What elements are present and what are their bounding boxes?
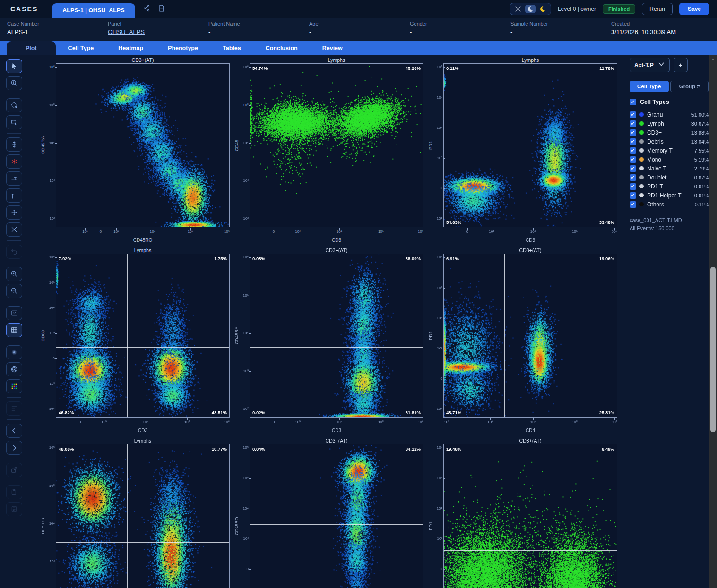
quadrant-gate-hline[interactable] xyxy=(444,170,617,170)
rerun-button[interactable]: Rerun xyxy=(642,3,673,15)
x-axis-tick: 10³ xyxy=(291,420,305,424)
quadrant-percent-tl: 6.91% xyxy=(446,256,459,261)
scatter-view-tool[interactable] xyxy=(6,306,22,320)
x-axis-tick: 10⁴ xyxy=(138,420,153,424)
flow-plot[interactable]: LymphsCD4554.74%45.26%10⁶10⁵10⁴10³10²010… xyxy=(233,56,427,246)
quadrant-gate-vline[interactable] xyxy=(323,64,323,227)
plot-area[interactable] xyxy=(56,63,230,227)
quadrant-gate-hline[interactable] xyxy=(444,550,617,551)
zoom-inspect-tool[interactable] xyxy=(6,76,22,90)
plot-area[interactable]: 19.48%6.49% xyxy=(443,444,617,588)
moon-icon[interactable] xyxy=(537,5,548,13)
quadrant-gate-hline[interactable] xyxy=(250,524,423,525)
tab-group-number[interactable]: Group # xyxy=(670,81,709,92)
flow-plot[interactable]: LymphsCD697.92%1.75%46.82%43.51%10⁶10⁵10… xyxy=(40,246,233,436)
cell-type-checkbox[interactable]: ✔ xyxy=(630,138,636,145)
cell-type-label: PD1 Helper T xyxy=(647,192,691,199)
tab-review[interactable]: Review xyxy=(310,41,355,55)
cell-type-checkbox[interactable]: ✔ xyxy=(630,129,636,136)
plot-area[interactable]: 0.08%38.09%0.02%61.81% xyxy=(250,254,423,418)
cell-type-checkbox[interactable]: ✔ xyxy=(630,183,636,190)
cell-type-checkbox[interactable]: ✔ xyxy=(630,147,636,154)
pointer-tool[interactable] xyxy=(6,59,22,73)
quadrant-gate-vline[interactable] xyxy=(323,254,323,417)
target-rings-tool[interactable] xyxy=(6,362,22,376)
grid-view-tool[interactable] xyxy=(6,323,22,337)
expand-right-tool[interactable] xyxy=(6,441,22,455)
tab-cell-type[interactable]: Cell Type xyxy=(56,41,106,55)
scroll-up-arrow[interactable]: ▲ xyxy=(709,55,717,61)
cell-type-percent: 0.11% xyxy=(695,202,709,207)
flow-plot[interactable]: CD3+(AT)CD45RO0.04%84.12%10⁶10⁵10⁴10³0-1… xyxy=(233,436,427,588)
quad-gate-tool[interactable] xyxy=(6,205,22,220)
quadrant-gate-vline[interactable] xyxy=(516,64,516,227)
plot-area[interactable]: 0.11%11.78%54.63%33.48% xyxy=(443,63,617,227)
y-axis-tick: 10³ xyxy=(236,537,249,541)
collapse-left-tool[interactable] xyxy=(6,424,22,438)
tab-tables[interactable]: Tables xyxy=(210,41,253,55)
quadrant-gate-vline[interactable] xyxy=(548,444,548,588)
ellipse-gate-tool[interactable] xyxy=(6,98,22,112)
cell-types-master-checkbox[interactable]: ✔ xyxy=(630,99,636,105)
corner-gate-tool[interactable] xyxy=(6,188,22,203)
cell-type-percent: 2.79% xyxy=(694,166,709,171)
app-logo[interactable]: CASES xyxy=(10,5,38,13)
case-tab[interactable]: ALPS-1 | OHSU_ALPS xyxy=(52,3,135,18)
file-lines-icon[interactable] xyxy=(157,4,165,14)
tab-conclusion[interactable]: Conclusion xyxy=(253,41,310,55)
share-nodes-icon[interactable] xyxy=(143,4,151,14)
flow-plot[interactable]: CD3+(AT)CD45RA10⁶10⁵10⁴10³10²10¹010²10⁴1… xyxy=(40,56,233,246)
crescent-icon[interactable] xyxy=(525,5,536,13)
quadrant-gate-hline[interactable] xyxy=(250,347,423,348)
tab-plot[interactable]: Plot xyxy=(7,41,56,55)
flow-plot[interactable]: LymphsHLA-DR48.08%10.77%10⁶10⁵10⁴10³10² xyxy=(40,436,233,588)
cell-type-checkbox[interactable]: ✔ xyxy=(630,192,636,199)
asterisk-tool[interactable] xyxy=(6,154,22,169)
field-value-link[interactable]: OHSU_ALPS xyxy=(108,28,208,35)
plot-area[interactable]: 6.91%19.06%48.71%25.31% xyxy=(443,254,617,418)
zoom-in-tool[interactable] xyxy=(6,267,22,281)
quadrant-gate-vline[interactable] xyxy=(323,444,323,588)
cell-type-checkbox[interactable]: ✔ xyxy=(630,174,636,181)
save-button[interactable]: Save xyxy=(679,3,709,15)
density-dot-tool[interactable] xyxy=(6,345,22,359)
scroll-thumb[interactable] xyxy=(710,267,716,432)
flow-plot[interactable]: CD3+(AT)PD16.91%19.06%48.71%25.31%10⁶10⁵… xyxy=(427,246,621,436)
plot-area[interactable]: 48.08%10.77% xyxy=(56,444,230,588)
move-vertical-tool[interactable] xyxy=(6,137,22,152)
sun-icon[interactable] xyxy=(513,5,523,13)
plot-title: CD3+(AT) xyxy=(56,57,230,63)
cell-type-checkbox[interactable]: ✔ xyxy=(630,201,636,208)
quadrant-gate-hline[interactable] xyxy=(56,542,229,543)
flow-plot[interactable]: CD3+(AT)PD119.48%6.49%10⁶10⁵10⁴10³0-10³ xyxy=(427,436,621,588)
cross-gate-tool[interactable] xyxy=(6,222,22,237)
vertical-scrollbar[interactable]: ▲ xyxy=(709,55,717,588)
preset-select[interactable]: Act-T.P xyxy=(630,58,670,72)
cell-type-checkbox[interactable]: ✔ xyxy=(630,165,636,172)
tab-heatmap[interactable]: Heatmap xyxy=(106,41,155,55)
tab-cell-type[interactable]: Cell Type xyxy=(630,81,669,92)
field-label: Gender xyxy=(410,21,510,26)
polygon-gate-tool[interactable] xyxy=(6,115,22,129)
quadrant-gate-hline[interactable] xyxy=(444,360,617,360)
quadrant-gate-vline[interactable] xyxy=(504,254,505,417)
cell-type-checkbox[interactable]: ✔ xyxy=(630,156,636,163)
x-axis-tick: 10³ xyxy=(291,230,305,234)
heatmap-colors-tool[interactable] xyxy=(6,379,22,393)
add-preset-button[interactable]: + xyxy=(674,58,688,72)
quadrant-gate-hline[interactable] xyxy=(56,347,229,348)
cell-type-checkbox[interactable]: ✔ xyxy=(630,120,636,127)
plot-area[interactable]: 7.92%1.75%46.82%43.51% xyxy=(56,254,230,418)
flow-plot[interactable]: LymphsPD10.11%11.78%54.63%33.48%10⁶10⁵10… xyxy=(427,56,621,246)
quadrant-gate-vline[interactable] xyxy=(127,254,128,417)
quadrant-percent-tr: 10.77% xyxy=(212,446,227,452)
quadrant-gate-vline[interactable] xyxy=(127,444,128,588)
cell-type-checkbox[interactable]: ✔ xyxy=(630,111,636,118)
plot-area[interactable]: 0.04%84.12% xyxy=(250,444,423,588)
plot-area[interactable]: 54.74%45.26% xyxy=(250,63,423,227)
zoom-out-tool[interactable] xyxy=(6,284,22,298)
range-gate-tool[interactable] xyxy=(6,171,22,186)
tab-phenotype[interactable]: Phenotype xyxy=(155,41,210,55)
cell-type-color-dot xyxy=(639,157,644,162)
flow-plot[interactable]: CD3+(AT)CD45RA0.08%38.09%0.02%61.81%10⁶1… xyxy=(233,246,427,436)
